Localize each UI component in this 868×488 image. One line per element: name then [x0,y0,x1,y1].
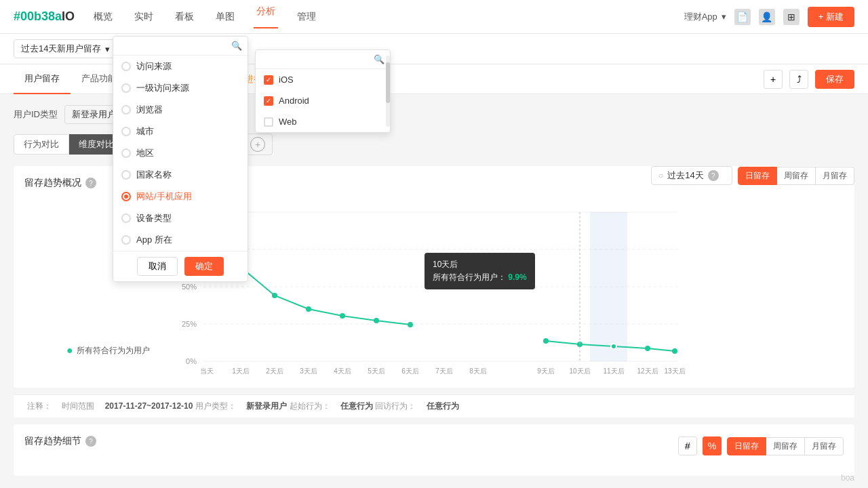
note-return-behavior: 回访行为： [375,401,416,411]
share-button[interactable]: ⤴ [789,70,808,89]
value-search-icon: 🔍 [374,54,384,64]
hash-button[interactable]: # [678,436,697,455]
dimension-item-7: 设备类型 [136,212,172,224]
svg-point-27 [543,338,549,344]
nav-dashboard[interactable]: 看板 [172,11,197,23]
note-start-behavior: 起始行为： [290,401,330,411]
nav-manage[interactable]: 管理 [294,11,319,23]
radio-visit-source[interactable]: 访问来源 [113,56,248,77]
svg-point-17 [408,322,413,327]
chart-legend: ● 所有符合行为为用户 [66,344,150,357]
chevron-down-icon: ▾ [722,12,726,22]
check-web[interactable]: Web [256,111,390,132]
dimension-item-6: 网站/手机应用 [136,190,192,203]
tooltip-label: 所有符合行为用户： [433,272,506,282]
note-start-value: 任意行为 [340,401,373,411]
dimension-item-2: 浏览器 [136,104,163,116]
checkbox-android[interactable]: ✓ [264,96,273,106]
user-icon[interactable]: 👤 [759,9,775,25]
svg-text:9天后: 9天后 [537,367,555,375]
note-user-value: 新登录用户 [246,401,287,411]
grid-icon[interactable]: ⊞ [783,9,800,25]
main-content: 用户ID类型 新登录用户 ▾ ? 行为对比 维度对比 分群对比 请选择维度： +… [0,94,868,487]
dimension-item-8: App 所在 [136,234,172,246]
android-label: Android [279,96,309,106]
bottom-monthly-btn[interactable]: 月留存 [805,437,844,455]
radio-region[interactable]: 地区 [113,142,248,164]
radio-device-type-circle [121,214,131,223]
svg-point-16 [374,318,379,323]
tooltip-value: 9.9% [508,272,526,282]
nav-chart[interactable]: 单图 [213,11,237,23]
web-label: Web [279,117,297,127]
value-search-input[interactable] [261,54,374,64]
radio-device-type[interactable]: 设备类型 [113,207,248,229]
value-checkbox-panel[interactable]: 🔍 ✓ iOS ✓ Android Web [255,49,391,133]
bottom-weekly-btn[interactable]: 周留存 [766,437,805,455]
dimension-confirm-button[interactable]: 确定 [184,257,224,276]
bottom-period-buttons: 日留存 周留存 月留存 [727,437,844,455]
svg-text:8天后: 8天后 [469,367,487,375]
scrollbar-thumb[interactable] [386,62,390,103]
bottom-title: 留存趋势细节 ? [24,435,96,447]
svg-text:6天后: 6天后 [401,367,419,375]
radio-city[interactable]: 城市 [113,121,248,142]
toggle-behavior[interactable]: 行为对比 [14,134,69,155]
radio-browser-circle [121,105,131,115]
dimension-dropdown-panel[interactable]: 🔍 访问来源 一级访问来源 浏览器 城市 [113,36,248,282]
bottom-header: 留存趋势细节 ? # % 日留存 周留存 月留存 [24,435,844,457]
percent-button[interactable]: % [703,436,722,455]
svg-point-14 [306,306,311,312]
period-weekly[interactable]: 周留存 [777,167,816,185]
new-button[interactable]: + 新建 [808,7,854,27]
radio-first-visit[interactable]: 一级访问来源 [113,77,248,99]
tab-user-retention[interactable]: 用户留存 [14,64,71,94]
dimension-item-1: 一级访问来源 [136,82,189,94]
period-buttons: 日留存 周留存 月留存 [738,167,854,185]
radio-country[interactable]: 国家名称 [113,164,248,186]
nav-realtime[interactable]: 实时 [132,11,156,23]
check-ios[interactable]: ✓ iOS [256,69,390,90]
nav-overview[interactable]: 概览 [91,11,115,23]
period-daily[interactable]: 日留存 [738,167,777,185]
document-icon[interactable]: 📄 [734,9,751,25]
radio-website-app[interactable]: 网站/手机应用 [113,186,248,207]
svg-text:10天后: 10天后 [569,367,590,375]
date-value: 过去14天 [667,169,703,182]
app-selector[interactable]: 理财App ▾ [684,11,726,23]
add-dimension-button[interactable]: + [250,137,265,152]
note-return-value: 任意行为 [427,401,459,411]
nav-right: 理财App ▾ 📄 👤 ⊞ + 新建 [684,7,854,27]
radio-browser[interactable]: 浏览器 [113,99,248,121]
bottom-daily-btn[interactable]: 日留存 [727,437,766,455]
main-chart-area: ○ 过去14天 ? 日留存 周留存 月留存 留存趋势概况 ? [14,166,854,388]
chart-help-icon[interactable]: ? [85,178,96,188]
radio-first-visit-circle [121,83,131,93]
radio-visit-source-circle [121,62,131,71]
add-tab-button[interactable]: + [764,70,783,89]
nav-analysis[interactable]: 分析 [254,5,278,28]
chart-wrapper: 100% 75% 50% 25% 0% 当天 [24,199,844,377]
note-time-value: 2017-11-27~2017-12-10 [105,401,193,411]
checkbox-web[interactable] [264,117,273,127]
dimension-item-4: 地区 [136,147,154,159]
dimension-cancel-button[interactable]: 取消 [137,257,178,276]
date-input[interactable]: ○ 过去14天 ? [651,166,732,185]
check-android[interactable]: ✓ Android [256,90,390,111]
svg-text:25%: 25% [182,320,197,328]
svg-point-30 [645,346,650,351]
svg-text:当天: 当天 [200,367,214,375]
checkbox-ios[interactable]: ✓ [264,75,273,85]
bottom-help-icon[interactable]: ? [85,436,96,447]
period-monthly[interactable]: 月留存 [816,167,854,185]
note-label: 注释： [27,401,52,411]
dimension-search-input[interactable] [119,41,231,51]
bottom-right-controls: # % 日留存 周留存 月留存 [678,436,844,455]
save-button[interactable]: 保存 [815,70,854,89]
dimension-item-0: 访问来源 [136,60,172,73]
date-help-icon[interactable]: ? [708,170,719,181]
note-bar: 注释： 时间范围 2017-11-27~2017-12-10 用户类型： 新登录… [14,394,854,418]
radio-app-location[interactable]: App 所在 [113,229,248,251]
dropdown-panel-footer: 取消 确定 [113,251,248,281]
analysis-dropdown[interactable]: 过去14天新用户留存 ▾ [14,39,122,58]
